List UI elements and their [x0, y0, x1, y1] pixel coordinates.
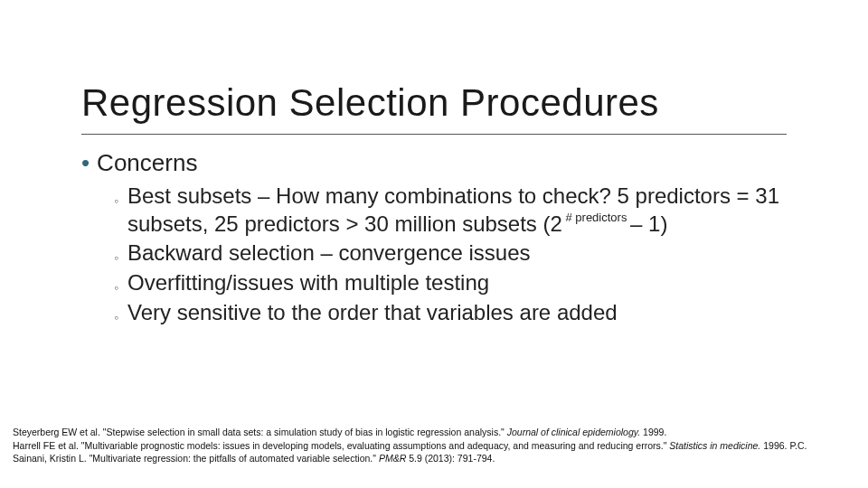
title-wrap: Regression Selection Procedures: [0, 0, 868, 125]
sub-bullet-text: Very sensitive to the order that variabl…: [127, 299, 814, 327]
sub-bullet-text: Best subsets – How many combinations to …: [127, 183, 814, 238]
sub-bullet-item: ◦ Very sensitive to the order that varia…: [114, 299, 814, 327]
superscript: # predictors: [562, 211, 630, 224]
sub-bullet-list: ◦ Best subsets – How many combinations t…: [81, 177, 814, 327]
ref-text: 5.9 (2013): 791-794.: [406, 453, 495, 464]
reference-line: Sainani, Kristin L. "Multivariate regres…: [13, 452, 855, 465]
ref-text: Sainani, Kristin L. "Multivariate regres…: [13, 453, 379, 464]
text-fragment: Best subsets – How many combinations to …: [127, 183, 779, 236]
ring-bullet-icon: ◦: [114, 281, 118, 294]
references: Steyerberg EW et al. "Stepwise selection…: [13, 426, 855, 465]
ring-bullet-icon: ◦: [114, 194, 118, 207]
slide-body: • Concerns ◦ Best subsets – How many com…: [0, 135, 868, 327]
ref-italic: Journal of clinical epidemiology.: [507, 427, 640, 437]
ring-bullet-icon: ◦: [114, 311, 118, 324]
sub-bullet-item: ◦ Overfitting/issues with multiple testi…: [114, 269, 814, 297]
slide-title: Regression Selection Procedures: [81, 81, 814, 125]
ref-text: Harrell FE et al. "Multivariable prognos…: [13, 440, 669, 451]
ref-italic: Statistics in medicine.: [669, 440, 760, 451]
sub-bullet-item: ◦ Backward selection – convergence issue…: [114, 239, 814, 267]
sub-bullet-item: ◦ Best subsets – How many combinations t…: [114, 183, 814, 238]
bullet-dot-icon: •: [81, 151, 90, 174]
sub-bullet-text: Overfitting/issues with multiple testing: [127, 269, 814, 297]
ref-italic: PM&R: [379, 453, 406, 464]
ref-text: 1999.: [640, 427, 666, 437]
bullet-lvl1: • Concerns: [81, 149, 814, 177]
bullet-lvl1-text: Concerns: [97, 149, 197, 177]
reference-line: Harrell FE et al. "Multivariable prognos…: [13, 439, 855, 452]
text-fragment: – 1): [630, 211, 667, 236]
slide: Regression Selection Procedures • Concer…: [0, 0, 868, 488]
reference-line: Steyerberg EW et al. "Stepwise selection…: [13, 426, 855, 438]
ref-text: 1996. P.C.: [760, 440, 807, 451]
sub-bullet-text: Backward selection – convergence issues: [127, 239, 814, 267]
ring-bullet-icon: ◦: [114, 251, 118, 264]
ref-text: Steyerberg EW et al. "Stepwise selection…: [13, 427, 507, 437]
